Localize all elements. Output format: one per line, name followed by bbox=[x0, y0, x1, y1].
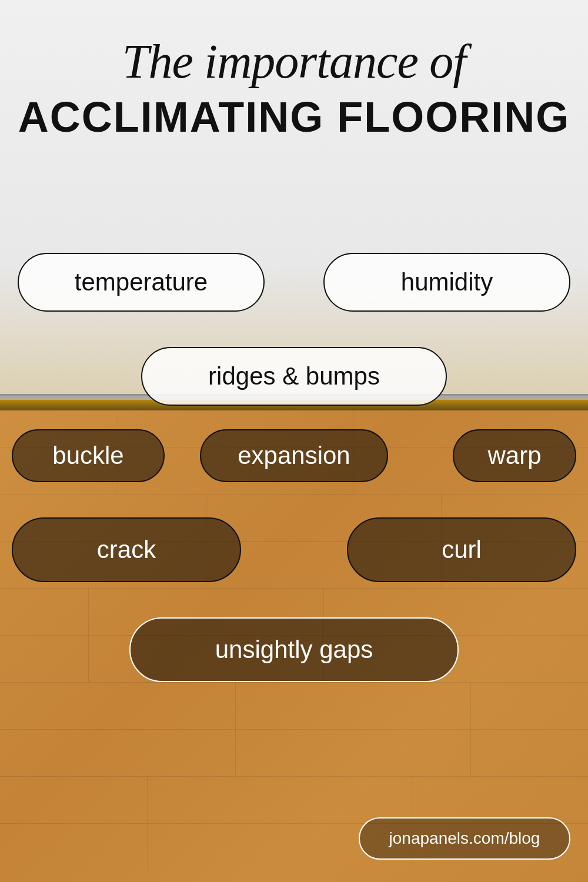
unsightly-label: unsightly gaps bbox=[215, 636, 373, 664]
ridges-label: ridges & bumps bbox=[208, 362, 380, 390]
crack-pill: crack bbox=[12, 517, 241, 582]
curl-pill: curl bbox=[347, 517, 576, 582]
website-label: jonapanels.com/blog bbox=[389, 829, 540, 848]
warp-pill: warp bbox=[453, 429, 576, 482]
ridges-pill: ridges & bumps bbox=[141, 347, 447, 406]
expansion-pill: expansion bbox=[200, 429, 388, 482]
buckle-label: buckle bbox=[52, 442, 123, 470]
expansion-label: expansion bbox=[238, 442, 350, 470]
curl-label: curl bbox=[442, 536, 482, 564]
bold-title: ACCLIMATING FLOORING bbox=[0, 93, 588, 141]
humidity-pill: humidity bbox=[323, 253, 570, 312]
crack-label: crack bbox=[97, 536, 156, 564]
website-pill: jonapanels.com/blog bbox=[359, 817, 570, 860]
unsightly-pill: unsightly gaps bbox=[129, 617, 459, 682]
title-area: The importance of ACCLIMATING FLOORING bbox=[0, 35, 588, 141]
humidity-label: humidity bbox=[401, 268, 493, 296]
temperature-label: temperature bbox=[75, 268, 208, 296]
temperature-pill: temperature bbox=[18, 253, 265, 312]
buckle-pill: buckle bbox=[12, 429, 165, 482]
warp-label: warp bbox=[487, 442, 541, 470]
script-title: The importance of bbox=[0, 35, 588, 88]
